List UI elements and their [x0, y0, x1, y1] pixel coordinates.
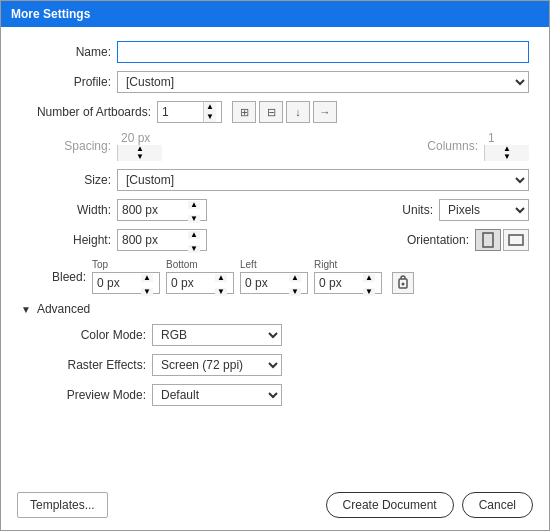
height-spin-up[interactable]: ▲	[188, 231, 200, 239]
bleed-top-col: Top ▲ ▼	[92, 259, 160, 294]
bleed-top-spin: ▲ ▼	[92, 272, 160, 294]
bleed-top-label: Top	[92, 259, 108, 270]
profile-label: Profile:	[21, 75, 111, 89]
bleed-bottom-down[interactable]: ▼	[215, 288, 227, 296]
profile-select[interactable]: [Custom]	[117, 71, 529, 93]
bleed-top-up[interactable]: ▲	[141, 274, 153, 282]
spacing-spin: ▲ ▼	[117, 131, 162, 161]
advanced-label: Advanced	[37, 302, 90, 316]
orientation-group: Orientation:	[407, 229, 529, 251]
artboard-grid-icon-btn[interactable]: ⊞	[232, 101, 256, 123]
dialog-title-bar: More Settings	[1, 1, 549, 27]
preview-mode-label: Preview Mode:	[41, 388, 146, 402]
units-group: Units: Pixels Inches Centimeters Millime…	[402, 199, 529, 221]
bleed-top-arrows: ▲ ▼	[141, 269, 159, 297]
artboard-icons: ⊞ ⊟ ↓ →	[232, 101, 337, 123]
orientation-label: Orientation:	[407, 233, 469, 247]
bleed-left-label: Left	[240, 259, 257, 270]
spacing-spin-down[interactable]: ▼	[118, 153, 162, 161]
columns-input[interactable]	[484, 131, 529, 145]
bleed-right-up[interactable]: ▲	[363, 274, 375, 282]
bleed-bottom-up[interactable]: ▲	[215, 274, 227, 282]
bleed-left-down[interactable]: ▼	[289, 288, 301, 296]
bleed-left-input[interactable]	[241, 273, 289, 293]
artboards-spin-up[interactable]: ▲	[204, 102, 216, 112]
bleed-right-col: Right ▲ ▼	[314, 259, 382, 294]
advanced-header[interactable]: ▼ Advanced	[21, 302, 529, 316]
bleed-section: Bleed: Top ▲ ▼ Bottom	[21, 259, 529, 294]
bleed-left-spin: ▲ ▼	[240, 272, 308, 294]
cancel-button[interactable]: Cancel	[462, 492, 533, 518]
landscape-btn[interactable]	[503, 229, 529, 251]
units-select[interactable]: Pixels Inches Centimeters Millimeters	[439, 199, 529, 221]
artboards-label: Number of Artboards:	[21, 105, 151, 119]
height-spin-down[interactable]: ▼	[188, 245, 200, 253]
raster-effects-select[interactable]: Screen (72 ppi) Medium (150 ppi) High (3…	[152, 354, 282, 376]
bleed-right-down[interactable]: ▼	[363, 288, 375, 296]
bleed-bottom-label: Bottom	[166, 259, 198, 270]
svg-rect-1	[509, 235, 523, 245]
svg-point-3	[402, 283, 405, 286]
artboards-row: Number of Artboards: ▲ ▼ ⊞ ⊟ ↓ →	[21, 101, 529, 123]
templates-button[interactable]: Templates...	[17, 492, 108, 518]
size-select[interactable]: [Custom]	[117, 169, 529, 191]
artboards-spin-down[interactable]: ▼	[204, 112, 216, 122]
width-label: Width:	[21, 203, 111, 217]
width-input[interactable]	[118, 200, 188, 220]
width-spin-arrows: ▲ ▼	[188, 196, 206, 224]
size-row: Size: [Custom]	[21, 169, 529, 191]
preview-mode-select[interactable]: Default Pixel Overprint	[152, 384, 282, 406]
color-mode-select[interactable]: RGB CMYK	[152, 324, 282, 346]
dialog-content: Name: Profile: [Custom] Number of Artboa…	[1, 27, 549, 482]
name-row: Name:	[21, 41, 529, 63]
artboard-arrange-icon-btn[interactable]: ⊟	[259, 101, 283, 123]
create-document-button[interactable]: Create Document	[326, 492, 454, 518]
artboards-spin: ▲ ▼	[157, 101, 222, 123]
spacing-row: Spacing: ▲ ▼ Columns: ▲ ▼	[21, 131, 529, 161]
profile-row: Profile: [Custom]	[21, 71, 529, 93]
bleed-right-arrows: ▲ ▼	[363, 269, 381, 297]
artboards-input[interactable]	[158, 102, 203, 122]
width-spin: ▲ ▼	[117, 199, 207, 221]
artboard-down-icon-btn[interactable]: ↓	[286, 101, 310, 123]
name-input[interactable]	[117, 41, 529, 63]
spacing-label: Spacing:	[21, 139, 111, 153]
orientation-buttons	[475, 229, 529, 251]
bleed-right-label: Right	[314, 259, 337, 270]
bleed-bottom-input[interactable]	[167, 273, 215, 293]
svg-rect-0	[483, 233, 493, 247]
height-spin-arrows: ▲ ▼	[188, 226, 206, 254]
spacing-spin-arrows: ▲ ▼	[117, 145, 162, 161]
width-spin-up[interactable]: ▲	[188, 201, 200, 209]
portrait-btn[interactable]	[475, 229, 501, 251]
units-label: Units:	[402, 203, 433, 217]
columns-spin-arrows: ▲ ▼	[484, 145, 529, 161]
bleed-label: Bleed:	[21, 270, 86, 284]
bleed-right-spin: ▲ ▼	[314, 272, 382, 294]
preview-mode-row: Preview Mode: Default Pixel Overprint	[21, 384, 529, 406]
bleed-link-btn[interactable]	[392, 272, 414, 294]
width-row: Width: ▲ ▼ Units: Pixels Inches Centimet…	[21, 199, 529, 221]
bleed-top-down[interactable]: ▼	[141, 288, 153, 296]
bleed-left-col: Left ▲ ▼	[240, 259, 308, 294]
advanced-section: ▼ Advanced Color Mode: RGB CMYK Raster E…	[21, 302, 529, 406]
height-input[interactable]	[118, 230, 188, 250]
artboard-right-icon-btn[interactable]: →	[313, 101, 337, 123]
columns-spin-down[interactable]: ▼	[485, 153, 529, 161]
bleed-right-input[interactable]	[315, 273, 363, 293]
spacing-input[interactable]	[117, 131, 162, 145]
width-spin-down[interactable]: ▼	[188, 215, 200, 223]
artboards-spin-arrows: ▲ ▼	[203, 102, 216, 122]
dialog-footer: Templates... Create Document Cancel	[1, 482, 549, 530]
height-label: Height:	[21, 233, 111, 247]
bleed-fields: Top ▲ ▼ Bottom	[92, 259, 529, 294]
bleed-bottom-col: Bottom ▲ ▼	[166, 259, 234, 294]
bleed-top-input[interactable]	[93, 273, 141, 293]
color-mode-row: Color Mode: RGB CMYK	[21, 324, 529, 346]
more-settings-dialog: More Settings Name: Profile: [Custom] Nu…	[0, 0, 550, 531]
dialog-title: More Settings	[11, 7, 90, 21]
size-label: Size:	[21, 173, 111, 187]
bleed-left-up[interactable]: ▲	[289, 274, 301, 282]
color-mode-label: Color Mode:	[41, 328, 146, 342]
name-label: Name:	[21, 45, 111, 59]
